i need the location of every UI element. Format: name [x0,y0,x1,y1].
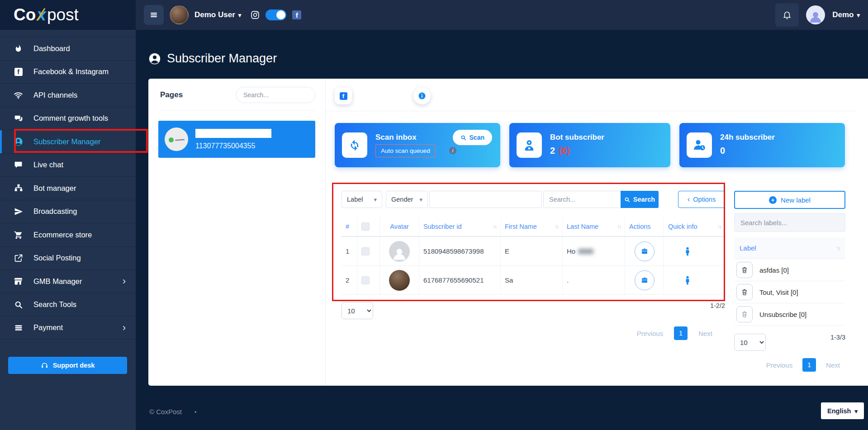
subscriber-actions-button[interactable] [635,270,655,290]
header-avatar[interactable]: Avatar [379,217,419,236]
row-checkbox[interactable] [361,247,370,255]
sidebar-item-live-chat[interactable]: Live chat [0,153,136,177]
scan-button[interactable]: Scan [453,130,492,145]
pages-search-input[interactable] [236,87,315,103]
sidebar-item-social-posting[interactable]: Social Posting [0,246,136,270]
page-size-select[interactable]: 10 [342,302,373,319]
account-menu[interactable]: Demo [832,10,860,19]
subscriber-table: # Avatar Subscriber id First Name Last N… [342,217,725,295]
current-page-button[interactable]: 1 [802,358,816,372]
chat-icon [14,160,23,170]
row-checkbox[interactable] [361,276,370,284]
count-extra: (0) [559,146,569,156]
sidebar-item-api-channels[interactable]: API channels [0,83,136,107]
table-search-input[interactable] [543,191,621,208]
delete-label-button[interactable] [736,262,753,278]
labels-column-header[interactable]: Label [734,237,845,259]
sort-icon[interactable] [493,223,496,230]
label-filter-dropdown[interactable]: Label [342,191,382,208]
notifications-button[interactable] [775,3,799,27]
language-button[interactable]: English [821,402,864,419]
selected-page-item[interactable]: 113077735004355 [158,121,315,158]
support-desk-button[interactable]: Support desk [8,357,127,374]
last-name: Ho [562,237,625,265]
page-name-redacted [195,129,271,138]
sidebar-item-ecommerce-store[interactable]: Ecommerce store [0,223,136,246]
user-circle-icon [148,52,161,65]
tab-facebook[interactable]: f [335,87,352,104]
sidebar-item-label: Facebook & Instagram [33,67,109,76]
header-label: First Name [505,223,537,230]
sidebar-item-bot-manager[interactable]: Bot manager [0,176,136,200]
table-row: 1 5180948598673998 E Ho [342,237,725,266]
sort-icon[interactable] [717,223,721,230]
account-avatar[interactable] [806,5,825,24]
sort-icon[interactable] [617,223,621,230]
sidebar-item-subscriber-manager[interactable]: Subscriber Manager [0,130,136,153]
chevron-down-icon [854,407,858,415]
labels-page-size-select[interactable]: 10 [734,334,766,351]
search-button[interactable]: Search [621,191,659,208]
sort-icon[interactable] [836,245,840,251]
next-page-button[interactable]: Next [826,361,840,369]
header-subscriber-id[interactable]: Subscriber id [419,217,500,236]
sidebar-item-facebook-instagram[interactable]: f Facebook & Instagram [0,60,136,84]
header-label: Last Name [567,223,598,230]
select-all-checkbox[interactable] [361,222,370,231]
user-menu[interactable]: Demo User [194,10,241,19]
cart-icon [14,230,23,240]
last-name-text: Ho [567,247,575,255]
chevron-down-icon [419,196,422,203]
header-quick-info[interactable]: Quick info [664,217,725,236]
sidebar-toggle-button[interactable] [144,5,164,25]
next-page-button[interactable]: Next [698,330,712,337]
sidebar-item-label: Comment growth tools [33,114,108,123]
last-name: . [562,266,625,294]
user-avatar[interactable] [170,5,189,24]
sidebar-item-comment-growth-tools[interactable]: Comment growth tools [0,107,136,130]
tab-info[interactable] [413,87,431,104]
new-label-button[interactable]: + New label [734,191,845,209]
previous-page-button[interactable]: Previous [637,330,663,337]
sidebar-item-label: Bot manager [33,184,76,193]
redacted-text [578,249,593,254]
labels-search-input[interactable] [734,213,845,232]
plus-circle-icon: + [769,196,777,204]
sidebar-item-payment[interactable]: Payment [0,316,136,340]
header-index[interactable]: # [342,217,357,236]
gender-filter-text: Gender [391,196,413,203]
options-button[interactable]: Options [678,191,725,208]
actions-cell [625,266,664,294]
person-icon[interactable] [683,275,693,285]
user-menu-label: Demo User [194,10,235,19]
sidebar-item-gmb-manager[interactable]: GMB Manager [0,269,136,293]
sidebar-item-dashboard[interactable]: Dashboard [0,37,136,60]
sort-icon[interactable] [555,223,558,230]
row-index: 1 [342,237,357,265]
topbar: Coxpost Demo User f Demo [0,0,868,30]
current-page-button[interactable]: 1 [674,326,688,340]
header-first-name[interactable]: First Name [500,217,562,236]
info-icon[interactable]: i [449,147,456,154]
sidebar-item-label: GMB Manager [33,277,82,286]
subscriber-actions-button[interactable] [635,241,655,261]
previous-page-button[interactable]: Previous [766,361,792,369]
filter-value-input[interactable] [429,191,542,208]
channel-toggle[interactable] [266,9,286,20]
content-panel: Pages 113077735004355 f [148,79,868,386]
person-icon[interactable] [683,246,693,256]
quick-info-cell [664,237,725,265]
header-last-name[interactable]: Last Name [562,217,625,236]
subscriber-content: f Scan inbox Scan Auto scan queued i [326,79,868,386]
sidebar: Dashboard f Facebook & Instagram API cha… [0,30,136,430]
gender-filter-dropdown[interactable]: Gender [386,191,428,208]
toggle-knob [276,10,285,19]
sidebar-item-broadcasting[interactable]: Broadcasting [0,200,136,223]
delete-label-button[interactable] [736,284,753,300]
instagram-icon [251,10,260,19]
sidebar-item-search-tools[interactable]: Search Tools [0,293,136,317]
sidebar-nav: Dashboard f Facebook & Instagram API cha… [0,37,136,340]
subscriber-avatar [389,270,410,291]
day-subscriber-card: 24h subscriber 0 [679,123,845,167]
delete-label-button[interactable] [736,306,753,322]
